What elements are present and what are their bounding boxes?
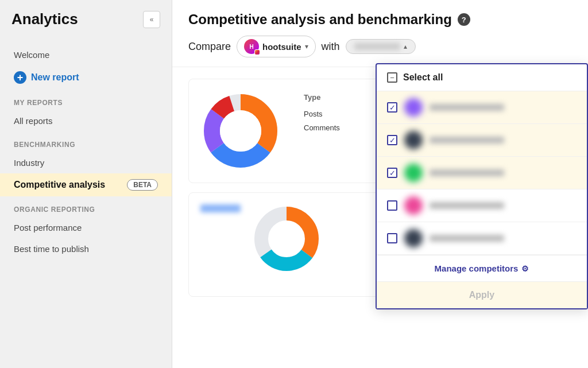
list-item[interactable]: ✓ [377, 157, 587, 189]
account-name: hootsuite [262, 42, 301, 52]
select-all-row[interactable]: − Select all [377, 64, 587, 91]
sidebar-item-industry[interactable]: Industry [0, 152, 172, 173]
sidebar-item-competitive-analysis[interactable]: Competitive analysis BETA [0, 173, 172, 196]
organic-reporting-section: ORGANIC REPORTING [0, 196, 172, 217]
chevron-down-icon: ▾ [305, 42, 308, 51]
select-all-checkbox[interactable]: − [387, 72, 397, 83]
instagram-badge [254, 49, 260, 55]
item-name [430, 235, 504, 242]
donut-chart-2 [252, 204, 332, 285]
item-checkbox[interactable]: ✓ [387, 135, 397, 145]
avatar: H [244, 39, 259, 54]
item-checkbox[interactable] [387, 200, 397, 211]
svg-point-9 [269, 222, 304, 256]
sidebar-item-post-performance[interactable]: Post performance [0, 217, 172, 238]
list-item[interactable] [377, 222, 587, 255]
page-title: Competitive analysis and benchmarking [188, 11, 452, 28]
item-avatar [404, 131, 423, 149]
my-reports-section: MY REPORTS [0, 90, 172, 110]
with-selector[interactable]: ▴ [346, 39, 416, 54]
list-item[interactable]: ✓ [377, 124, 587, 157]
donut-chart [200, 91, 281, 171]
comments-label: Comments [298, 121, 373, 134]
help-icon[interactable]: ? [458, 13, 470, 26]
compare-label: Compare [188, 41, 231, 53]
competitors-dropdown: − Select all ✓ ✓ ✓ [376, 63, 588, 309]
new-report-button[interactable]: + New report [0, 65, 172, 90]
beta-badge: BETA [127, 179, 158, 191]
apply-section: Apply [377, 282, 587, 308]
main-content: Competitive analysis and benchmarking ? … [172, 0, 588, 368]
item-avatar [404, 98, 423, 117]
sidebar-title: Analytics [11, 10, 78, 28]
sidebar-header: Analytics « [0, 0, 172, 38]
item-name [430, 169, 504, 176]
gear-icon: ⚙ [521, 264, 529, 273]
item-avatar [404, 196, 423, 215]
item-avatar [404, 164, 423, 182]
new-report-label: New report [31, 72, 79, 83]
account-selector[interactable]: H hootsuite ▾ [237, 36, 316, 57]
item-name [430, 104, 504, 111]
list-item[interactable] [377, 189, 587, 222]
item-checkbox[interactable]: ✓ [387, 102, 397, 113]
sidebar-item-all-reports[interactable]: All reports [0, 110, 172, 131]
select-all-label: Select all [403, 72, 443, 83]
collapse-button[interactable]: « [143, 11, 160, 28]
main-header: Competitive analysis and benchmarking ? … [172, 0, 588, 67]
posts-label: Posts [298, 106, 373, 121]
sidebar-item-best-time[interactable]: Best time to publish [0, 238, 172, 259]
item-name [430, 202, 504, 209]
blurred-label-area [200, 204, 241, 217]
item-checkbox[interactable] [387, 233, 397, 243]
title-row: Competitive analysis and benchmarking ? [188, 11, 572, 28]
compare-row: Compare H hootsuite ▾ with ▴ [188, 36, 572, 57]
blurred-label [200, 204, 241, 212]
manage-competitors-link[interactable]: Manage competitors ⚙ [377, 255, 587, 282]
item-checkbox[interactable]: ✓ [387, 168, 397, 178]
sidebar-nav: Welcome + New report MY REPORTS All repo… [0, 38, 172, 368]
with-blurred [354, 43, 400, 50]
list-item[interactable]: ✓ [377, 91, 587, 124]
svg-point-5 [220, 110, 261, 152]
benchmarking-section: BENCHMARKING [0, 131, 172, 152]
with-label: with [322, 41, 340, 53]
sidebar-item-welcome[interactable]: Welcome [0, 44, 172, 65]
item-avatar [404, 229, 423, 247]
apply-button[interactable]: Apply [387, 290, 577, 300]
type-header: Type [298, 91, 373, 106]
competitive-analysis-label: Competitive analysis [14, 180, 105, 190]
chevron-up-icon: ▴ [404, 42, 407, 51]
sidebar: Analytics « Welcome + New report MY REPO… [0, 0, 172, 368]
new-report-icon: + [14, 71, 26, 84]
item-name [430, 137, 504, 144]
manage-label: Manage competitors ⚙ [387, 264, 577, 273]
dropdown-items: ✓ ✓ ✓ [377, 91, 587, 255]
